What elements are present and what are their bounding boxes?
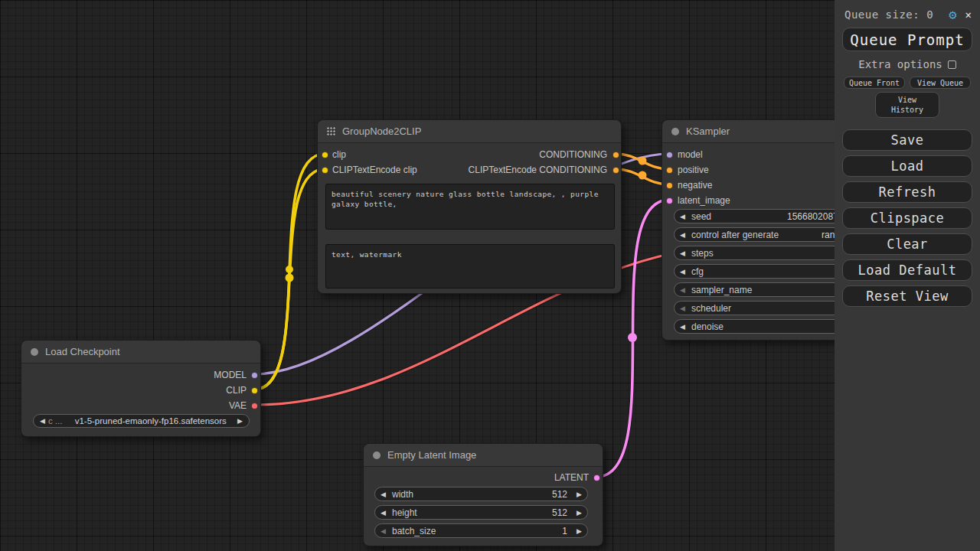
close-icon[interactable]: ✕ (965, 8, 972, 21)
widget-width[interactable]: ◀ width 512 ▶ (374, 487, 588, 501)
widget-label: steps (691, 248, 714, 259)
collapse-dot-icon[interactable] (31, 348, 38, 356)
decrement-icon[interactable]: ◀ (680, 303, 685, 314)
widget-label: seed (691, 211, 711, 222)
positive-prompt-textarea[interactable]: beautiful scenery nature glass bottle la… (325, 184, 615, 230)
widget-value: 512 (552, 507, 567, 518)
queue-prompt-button[interactable]: Queue Prompt (842, 28, 972, 51)
widget-label: cfg (691, 266, 704, 277)
node-groupnode2clip[interactable]: GroupNode2CLIP clip CONDITIONING CLIPTex… (317, 119, 622, 294)
decrement-icon[interactable]: ◀ (381, 489, 386, 500)
extra-options-checkbox[interactable] (948, 60, 956, 69)
output-slot-label: CLIP (226, 385, 247, 396)
clear-button[interactable]: Clear (842, 233, 972, 255)
queue-size-label: Queue size: 0 (844, 8, 949, 21)
next-option-icon[interactable]: ▶ (234, 417, 249, 425)
node-title-bar[interactable]: Empty Latent Image (364, 444, 603, 467)
decrement-icon[interactable]: ◀ (680, 248, 685, 259)
view-queue-button[interactable]: View Queue (910, 77, 971, 89)
reset-view-button[interactable]: Reset View (842, 285, 972, 307)
input-slot-cliptextencode-clip[interactable] (322, 167, 328, 174)
widget-batch-size[interactable]: ◀ batch_size 1 ▶ (374, 523, 588, 538)
node-title-bar[interactable]: Load Checkpoint (21, 341, 260, 364)
slot-row: VAE (21, 398, 260, 413)
input-slot-label: negative (678, 180, 712, 191)
collapse-dot-icon[interactable] (671, 128, 679, 135)
node-title-bar[interactable]: GroupNode2CLIP (318, 120, 621, 143)
refresh-button[interactable]: Refresh (842, 181, 972, 203)
widget-label: batch_size (392, 526, 436, 536)
output-slot-cliptextencode-conditioning[interactable] (612, 167, 619, 174)
slot-row: MODEL (21, 367, 260, 383)
previous-option-icon[interactable]: ◀ (34, 417, 48, 425)
decrement-icon[interactable]: ◀ (680, 321, 685, 332)
widget-label: c ... (48, 416, 67, 425)
input-slot-label: positive (678, 165, 709, 175)
decrement-icon[interactable]: ◀ (680, 266, 685, 277)
queue-front-button[interactable]: Queue Front (844, 77, 905, 89)
negative-prompt-textarea[interactable]: text, watermark (325, 244, 615, 289)
output-slot-label: MODEL (214, 370, 247, 380)
group-drag-handle-icon[interactable] (327, 127, 335, 135)
node-graph-canvas[interactable]: GroupNode2CLIP clip CONDITIONING CLIPTex… (0, 0, 980, 551)
widget-ckpt-name[interactable]: ◀ c ... v1-5-pruned-emaonly-fp16.safeten… (33, 414, 250, 428)
widget-label: height (392, 507, 417, 518)
node-title: Empty Latent Image (387, 449, 476, 461)
clipspace-button[interactable]: Clipspace (842, 207, 972, 229)
input-slot-label: clip (332, 149, 346, 160)
slot-row: clip CONDITIONING (318, 147, 621, 162)
decrement-icon[interactable]: ◀ (680, 285, 685, 295)
decrement-icon[interactable]: ◀ (680, 211, 685, 222)
output-slot-latent[interactable] (593, 474, 600, 481)
slot-row: LATENT (364, 470, 603, 485)
load-button[interactable]: Load (842, 155, 972, 177)
input-slot-label: model (678, 149, 703, 160)
menu-buttons: Save Load Refresh Clipspace Clear Load D… (842, 129, 972, 307)
decrement-icon[interactable]: ◀ (381, 526, 386, 536)
increment-icon[interactable]: ▶ (577, 489, 582, 500)
node-title: KSampler (686, 126, 730, 137)
widget-value: 1 (562, 526, 567, 536)
widget-label: control after generate (691, 230, 779, 240)
queue-mini-buttons: Queue Front View Queue (844, 77, 971, 89)
input-slot-positive[interactable] (666, 167, 673, 174)
save-button[interactable]: Save (842, 129, 972, 151)
collapse-dot-icon[interactable] (373, 452, 381, 459)
output-slot-conditioning[interactable] (612, 152, 619, 158)
input-slot-label: latent_image (678, 195, 730, 206)
widget-label: scheduler (691, 303, 731, 314)
output-slot-vae[interactable] (251, 403, 258, 409)
widget-height[interactable]: ◀ height 512 ▶ (374, 505, 588, 520)
output-slot-label: VAE (229, 400, 247, 411)
output-slot-label: CLIPTextEncode CONDITIONING (469, 165, 607, 175)
node-title: Load Checkpoint (45, 346, 120, 357)
widget-label: denoise (691, 321, 724, 332)
output-slot-label: LATENT (554, 472, 589, 483)
increment-icon[interactable]: ▶ (577, 526, 582, 536)
node-title: GroupNode2CLIP (342, 126, 421, 137)
extra-options-row: Extra options (845, 58, 969, 70)
increment-icon[interactable]: ▶ (577, 507, 582, 518)
output-slot-clip[interactable] (251, 387, 258, 394)
decrement-icon[interactable]: ◀ (381, 507, 386, 518)
load-default-button[interactable]: Load Default (842, 259, 972, 281)
view-history-button[interactable]: View History (875, 92, 939, 118)
comfy-menu-panel: Queue size: 0 ⚙ ✕ Queue Prompt Extra opt… (835, 0, 980, 551)
input-slot-negative[interactable] (666, 182, 673, 189)
decrement-icon[interactable]: ◀ (680, 230, 685, 240)
node-empty-latent-image[interactable]: Empty Latent Image LATENT ◀ width 512 ▶ … (363, 443, 603, 546)
input-slot-clip[interactable] (322, 152, 328, 158)
slot-row: CLIP (21, 383, 260, 398)
input-slot-latent-image[interactable] (666, 197, 673, 204)
widget-value: 512 (552, 489, 567, 500)
node-load-checkpoint[interactable]: Load Checkpoint MODEL CLIP VAE ◀ c ... v… (21, 340, 261, 437)
widget-value: v1-5-pruned-emaonly-fp16.safetensors (67, 416, 234, 425)
settings-gear-icon[interactable]: ⚙ (949, 9, 956, 20)
output-slot-model[interactable] (251, 372, 258, 379)
output-slot-label: CONDITIONING (539, 149, 607, 160)
widget-label: sampler_name (691, 285, 752, 295)
extra-options-label: Extra options (858, 58, 942, 70)
input-slot-model[interactable] (666, 152, 673, 158)
input-slot-label: CLIPTextEncode clip (332, 165, 417, 175)
queue-status-row: Queue size: 0 ⚙ ✕ (844, 8, 972, 21)
